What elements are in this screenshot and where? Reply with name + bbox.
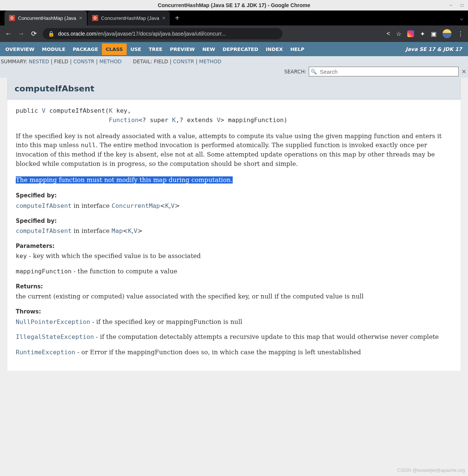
method-link[interactable]: computeIfAbsent <box>16 227 72 234</box>
nav-preview[interactable]: PREVIEW <box>166 43 199 55</box>
nav-class[interactable]: CLASS <box>102 43 127 55</box>
nav-use[interactable]: USE <box>127 43 145 55</box>
detail-constr-link[interactable]: CONSTR <box>173 58 194 64</box>
exception-link[interactable]: NullPointerException <box>16 318 90 325</box>
throws-label: Throws: <box>16 307 452 316</box>
returns-value: the current (existing or computed) value… <box>16 292 452 301</box>
exception-link[interactable]: IllegalStateException <box>16 333 94 340</box>
lock-icon: 🔒 <box>48 31 54 37</box>
parameters-label: Parameters: <box>16 242 452 251</box>
window-controls: − □ <box>448 2 465 8</box>
new-tab-button[interactable]: + <box>170 10 185 25</box>
javadoc-subnav: SUMMARY: NESTED | FIELD | CONSTR | METHO… <box>0 56 468 78</box>
minimize-icon[interactable]: − <box>448 2 454 8</box>
specified-by-label: Specified by: <box>16 217 452 225</box>
summary-method-link[interactable]: METHOD <box>99 58 122 64</box>
returns-label: Returns: <box>16 282 452 291</box>
parameter-item: key - key with which the specified value… <box>16 252 452 261</box>
throws-item: IllegalStateException - if the computati… <box>16 333 452 342</box>
oracle-favicon-icon: O <box>9 15 15 21</box>
tab-title: ConcurrentHashMap (Java <box>101 15 159 21</box>
throws-item: RuntimeException - or Error if the mappi… <box>16 348 452 357</box>
method-description: If the specified key is not already asso… <box>16 132 452 169</box>
tab-dropdown-icon[interactable]: ⌵ <box>455 10 468 25</box>
summary-nested-link[interactable]: NESTED <box>29 58 49 64</box>
method-heading: computeIfAbsent <box>7 78 461 100</box>
browser-tabstrip: O ConcurrentHashMap (Java × O Concurrent… <box>0 10 468 25</box>
url-text: docs.oracle.com/en/java/javase/17/docs/a… <box>58 31 226 37</box>
detail-method-link[interactable]: METHOD <box>199 58 221 64</box>
window-title: ConcurrentHashMap (Java SE 17 & JDK 17) … <box>158 2 310 8</box>
page-content: OVERVIEW MODULE PACKAGE CLASS USE TREE P… <box>0 42 468 371</box>
interface-link[interactable]: Map <box>112 227 123 234</box>
extensions-icon[interactable]: ✦ <box>420 30 425 37</box>
nav-help[interactable]: HELP <box>287 43 308 55</box>
address-bar[interactable]: 🔒 docs.oracle.com/en/java/javase/17/docs… <box>43 28 283 39</box>
method-detail: computeIfAbsent public V computeIfAbsent… <box>7 78 461 371</box>
nav-version: Java SE 17 & JDK 17 <box>405 46 467 52</box>
window-titlebar: ConcurrentHashMap (Java SE 17 & JDK 17) … <box>0 0 468 10</box>
search-label: SEARCH: <box>284 69 306 75</box>
parameter-item: mappingFunction - the function to comput… <box>16 267 452 276</box>
javadoc-navbar: OVERVIEW MODULE PACKAGE CLASS USE TREE P… <box>0 42 468 56</box>
close-icon[interactable]: × <box>79 15 82 21</box>
maximize-icon[interactable]: □ <box>459 2 465 8</box>
search-icon: 🔍 <box>311 69 317 75</box>
nav-index[interactable]: INDEX <box>262 43 286 55</box>
specified-by-value: computeIfAbsent in interface ConcurrentM… <box>16 201 452 211</box>
specified-by-label: Specified by: <box>16 191 452 200</box>
nav-tree[interactable]: TREE <box>145 43 166 55</box>
throws-item: NullPointerException - if the specified … <box>16 318 452 327</box>
nav-overview[interactable]: OVERVIEW <box>1 43 38 55</box>
nav-deprecated[interactable]: DEPRECATED <box>219 43 262 55</box>
extension-circle-icon[interactable] <box>407 30 414 37</box>
search-input[interactable] <box>319 68 457 75</box>
tab-title: ConcurrentHashMap (Java <box>18 15 76 21</box>
forward-button[interactable]: → <box>17 30 25 38</box>
method-warning: The mapping function must not modify thi… <box>16 176 452 185</box>
share-icon[interactable]: < <box>387 30 390 37</box>
browser-toolbar: ← → ⟳ 🔒 docs.oracle.com/en/java/javase/1… <box>0 25 468 42</box>
nav-new[interactable]: NEW <box>199 43 219 55</box>
search-clear-icon[interactable]: ✕ <box>461 68 467 75</box>
search-box[interactable]: 🔍 <box>309 67 459 76</box>
reload-button[interactable]: ⟳ <box>30 30 37 38</box>
oracle-favicon-icon: O <box>92 15 98 21</box>
reading-list-icon[interactable]: ▣ <box>431 30 437 37</box>
detail-group: DETAIL: FIELD | CONSTR | METHOD <box>133 58 221 64</box>
exception-link[interactable]: RuntimeException <box>16 349 75 356</box>
method-link[interactable]: computeIfAbsent <box>16 202 72 209</box>
bookmark-icon[interactable]: ☆ <box>396 30 401 37</box>
nav-package[interactable]: PACKAGE <box>69 43 102 55</box>
interface-link[interactable]: ConcurrentMap <box>112 202 160 209</box>
menu-icon[interactable]: ⋮ <box>458 30 464 37</box>
summary-constr-link[interactable]: CONSTR <box>73 58 94 64</box>
method-signature: public V computeIfAbsent(K key, Function… <box>16 106 452 125</box>
browser-tab[interactable]: O ConcurrentHashMap (Java × <box>4 10 87 25</box>
specified-by-value: computeIfAbsent in interface Map<K,V> <box>16 227 452 236</box>
back-button[interactable]: ← <box>4 30 12 38</box>
close-icon[interactable]: × <box>162 15 165 21</box>
browser-tab[interactable]: O ConcurrentHashMap (Java × <box>88 10 170 25</box>
nav-module[interactable]: MODULE <box>38 43 69 55</box>
profile-avatar[interactable] <box>443 29 452 38</box>
summary-group: SUMMARY: NESTED | FIELD | CONSTR | METHO… <box>1 58 122 64</box>
